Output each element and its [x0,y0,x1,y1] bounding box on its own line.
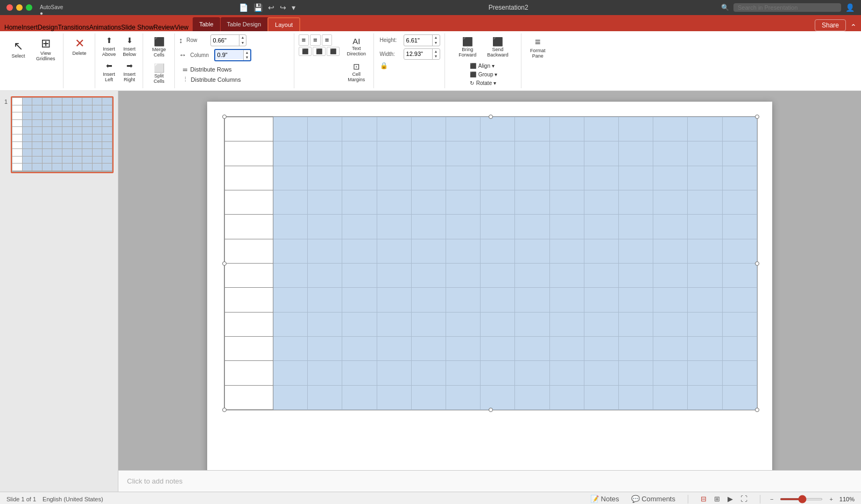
menu-review[interactable]: Review [153,24,174,31]
table-cell[interactable] [446,361,481,385]
resize-handle-bottom-left[interactable] [222,408,227,412]
table-cell[interactable] [515,385,549,409]
table-cell[interactable] [377,117,411,141]
table-cell[interactable] [308,166,342,190]
table-cell[interactable] [481,288,515,312]
table-cell[interactable] [342,263,377,287]
table-cell[interactable] [273,385,308,409]
table-cell[interactable] [481,215,515,239]
table-cell[interactable] [308,263,342,287]
col-width-input[interactable] [215,51,243,59]
table-cell[interactable] [688,312,722,336]
table-cell[interactable] [515,190,549,214]
table-cell[interactable] [377,288,411,312]
valign-middle-button[interactable]: ⬛ [313,47,326,56]
table-cell[interactable] [549,215,584,239]
table-cell[interactable] [481,117,515,141]
table-cell[interactable] [688,117,722,141]
table-cell[interactable] [308,215,342,239]
table-cell[interactable] [446,263,481,287]
table-cell[interactable] [549,312,584,336]
table-cell[interactable] [584,190,618,214]
table-cell[interactable] [584,239,618,263]
table-cell[interactable] [515,336,549,360]
table-cell[interactable] [584,117,618,141]
format-pane-button[interactable]: ≡ FormatPane [526,34,550,61]
table-cell[interactable] [342,361,377,385]
table-cell[interactable] [342,385,377,409]
profile-icon[interactable]: 👤 [845,3,855,12]
table-cell[interactable] [446,312,481,336]
table-cell[interactable] [653,141,688,166]
table-cell[interactable] [549,141,584,166]
table-height-input[interactable] [404,36,432,45]
table-cell[interactable] [722,361,757,385]
search-input[interactable] [733,3,841,12]
table-cell[interactable] [722,263,757,287]
table-cell[interactable] [273,215,308,239]
table-cell[interactable] [722,239,757,263]
table-cell[interactable] [584,288,618,312]
table-cell[interactable] [225,239,273,263]
table-cell[interactable] [411,215,446,239]
table-cell[interactable] [377,141,411,166]
table-cell[interactable] [342,239,377,263]
table-cell[interactable] [342,190,377,214]
table-cell[interactable] [688,141,722,166]
table-cell[interactable] [377,336,411,360]
table-cell[interactable] [722,336,757,360]
table-cell[interactable] [584,361,618,385]
table-cell[interactable] [653,263,688,287]
normal-view-button[interactable]: ⊟ [698,494,709,503]
table-cell[interactable] [619,190,653,214]
maximize-button[interactable] [26,4,32,11]
align-center-button[interactable]: ≡ [310,34,321,46]
table-cell[interactable] [446,166,481,190]
valign-bottom-button[interactable]: ⬛ [327,47,340,56]
table-cell[interactable] [225,361,273,385]
table-cell[interactable] [225,336,273,360]
table-cell[interactable] [653,117,688,141]
table-cell[interactable] [619,312,653,336]
col-decrement-button[interactable]: ▼ [244,55,251,60]
table-cell[interactable] [688,336,722,360]
table-cell[interactable] [377,263,411,287]
split-cells-button[interactable]: ⬜ SplitCells [147,61,171,86]
table-cell[interactable] [225,190,273,214]
table-cell[interactable] [549,385,584,409]
table-cell[interactable] [446,215,481,239]
table-cell[interactable] [722,117,757,141]
table-cell[interactable] [225,215,273,239]
table-cell[interactable] [722,215,757,239]
table-cell[interactable] [481,141,515,166]
delete-button[interactable]: ✕ Delete [68,34,91,58]
redo-icon[interactable]: ↪ [280,3,286,12]
table-width-input[interactable] [404,49,432,58]
insert-below-button[interactable]: ⬇ InsertBelow [120,34,139,59]
reading-view-button[interactable]: ▶ [725,494,736,503]
table-cell[interactable] [481,312,515,336]
table-cell[interactable] [411,141,446,166]
table-cell[interactable] [273,312,308,336]
table-cell[interactable] [273,361,308,385]
row-height-input[interactable] [211,36,239,45]
table-cell[interactable] [549,190,584,214]
table-cell[interactable] [688,288,722,312]
table-cell[interactable] [653,336,688,360]
table-cell[interactable] [619,336,653,360]
table-cell[interactable] [688,263,722,287]
save-icon[interactable]: 💾 [253,3,263,12]
table-cell[interactable] [481,263,515,287]
table-cell[interactable] [515,166,549,190]
table-cell[interactable] [515,141,549,166]
table-cell[interactable] [377,239,411,263]
notes-toggle-button[interactable]: 📝 Notes [588,494,622,503]
table-cell[interactable] [308,288,342,312]
resize-handle-right[interactable] [755,261,759,266]
table-cell[interactable] [688,239,722,263]
view-gridlines-button[interactable]: ⊞ ViewGridlines [32,34,60,63]
table-cell[interactable] [342,117,377,141]
comments-toggle-button[interactable]: 💬 Comments [629,494,678,503]
width-decrement-button[interactable]: ▼ [433,54,440,59]
table-cell[interactable] [342,215,377,239]
